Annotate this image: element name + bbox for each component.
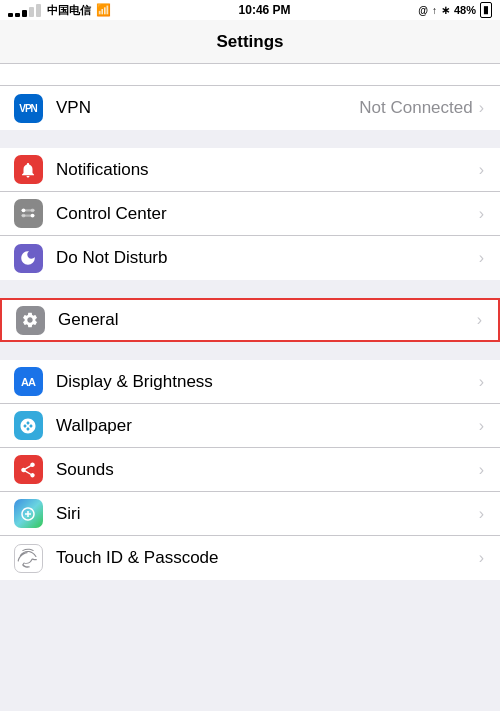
status-bar: 中国电信 📶 10:46 PM @ ↑ ∗ 48% ▮ xyxy=(0,0,500,20)
vpn-icon-wrap: VPN xyxy=(0,94,56,123)
general-item[interactable]: General › xyxy=(0,298,500,342)
display-label: Display & Brightness xyxy=(56,372,479,392)
direction-icon: ↑ xyxy=(432,5,437,16)
carrier-label: 中国电信 xyxy=(47,3,91,18)
control-center-item[interactable]: Control Center › xyxy=(0,192,500,236)
notifications-section: Notifications › Control Center › xyxy=(0,148,500,280)
sounds-icon xyxy=(14,455,43,484)
svg-rect-2 xyxy=(21,209,35,211)
section-gap-1 xyxy=(0,130,500,148)
display-item[interactable]: AA Display & Brightness › xyxy=(0,360,500,404)
section-gap-3 xyxy=(0,342,500,360)
moon-svg xyxy=(19,249,37,267)
status-right: @ ↑ ∗ 48% ▮ xyxy=(418,2,492,18)
signal-strength xyxy=(8,4,41,17)
status-left: 中国电信 📶 xyxy=(8,3,111,18)
touchid-icon xyxy=(14,544,43,573)
sounds-label: Sounds xyxy=(56,460,479,480)
notifications-chevron-icon: › xyxy=(479,161,484,179)
dnd-icon-wrap xyxy=(0,244,56,273)
display-icon: AA xyxy=(14,367,43,396)
nav-bar: Settings xyxy=(0,20,500,64)
wifi-icon: 📶 xyxy=(96,3,111,17)
notifications-icon-wrap xyxy=(0,155,56,184)
sounds-icon-wrap xyxy=(0,455,56,484)
control-center-label: Control Center xyxy=(56,204,479,224)
dnd-chevron-icon: › xyxy=(479,249,484,267)
general-icon xyxy=(16,306,45,335)
siri-svg xyxy=(19,505,37,523)
sounds-chevron-icon: › xyxy=(479,461,484,479)
siri-item[interactable]: Siri › xyxy=(0,492,500,536)
vpn-label: VPN xyxy=(56,98,359,118)
notifications-label: Notifications xyxy=(56,160,479,180)
touchid-chevron-icon: › xyxy=(479,549,484,567)
wallpaper-label: Wallpaper xyxy=(56,416,479,436)
wallpaper-icon xyxy=(14,411,43,440)
svg-rect-5 xyxy=(21,214,35,216)
control-center-icon-wrap xyxy=(0,199,56,228)
vpn-icon: VPN xyxy=(14,94,43,123)
touchid-icon-wrap xyxy=(0,544,56,573)
general-section: General › xyxy=(0,298,500,342)
battery-icon: ▮ xyxy=(480,2,492,18)
bell-svg xyxy=(19,161,37,179)
dnd-label: Do Not Disturb xyxy=(56,248,479,268)
vpn-chevron-icon: › xyxy=(479,99,484,117)
display-icon-wrap: AA xyxy=(0,367,56,396)
touchid-label: Touch ID & Passcode xyxy=(56,548,479,568)
vpn-value: Not Connected xyxy=(359,98,472,118)
siri-label: Siri xyxy=(56,504,479,524)
gear-svg xyxy=(21,311,39,329)
siri-icon xyxy=(14,499,43,528)
touchid-item[interactable]: Touch ID & Passcode › xyxy=(0,536,500,580)
display-chevron-icon: › xyxy=(479,373,484,391)
location-icon: @ xyxy=(418,5,428,16)
general-label: General xyxy=(58,310,477,330)
fingerprint-svg xyxy=(17,547,39,569)
notifications-icon xyxy=(14,155,43,184)
wallpaper-chevron-icon: › xyxy=(479,417,484,435)
dnd-item[interactable]: Do Not Disturb › xyxy=(0,236,500,280)
display-section: AA Display & Brightness › Wallpaper › So… xyxy=(0,360,500,580)
sound-svg xyxy=(19,461,37,479)
notifications-item[interactable]: Notifications › xyxy=(0,148,500,192)
flower-svg xyxy=(19,417,37,435)
wallpaper-item[interactable]: Wallpaper › xyxy=(0,404,500,448)
vpn-item[interactable]: VPN VPN Not Connected › xyxy=(0,86,500,130)
section-gap-2 xyxy=(0,280,500,298)
control-center-icon xyxy=(14,199,43,228)
control-center-chevron-icon: › xyxy=(479,205,484,223)
wallpaper-icon-wrap xyxy=(0,411,56,440)
partial-top-section xyxy=(0,64,500,86)
toggle-svg xyxy=(19,205,37,223)
page-title: Settings xyxy=(216,32,283,52)
siri-icon-wrap xyxy=(0,499,56,528)
general-chevron-icon: › xyxy=(477,311,482,329)
sounds-item[interactable]: Sounds › xyxy=(0,448,500,492)
general-icon-wrap xyxy=(2,306,58,335)
vpn-section: VPN VPN Not Connected › xyxy=(0,86,500,130)
siri-chevron-icon: › xyxy=(479,505,484,523)
status-time: 10:46 PM xyxy=(239,3,291,17)
bluetooth-icon: ∗ xyxy=(441,4,450,17)
dnd-icon xyxy=(14,244,43,273)
battery-label: 48% xyxy=(454,4,476,16)
